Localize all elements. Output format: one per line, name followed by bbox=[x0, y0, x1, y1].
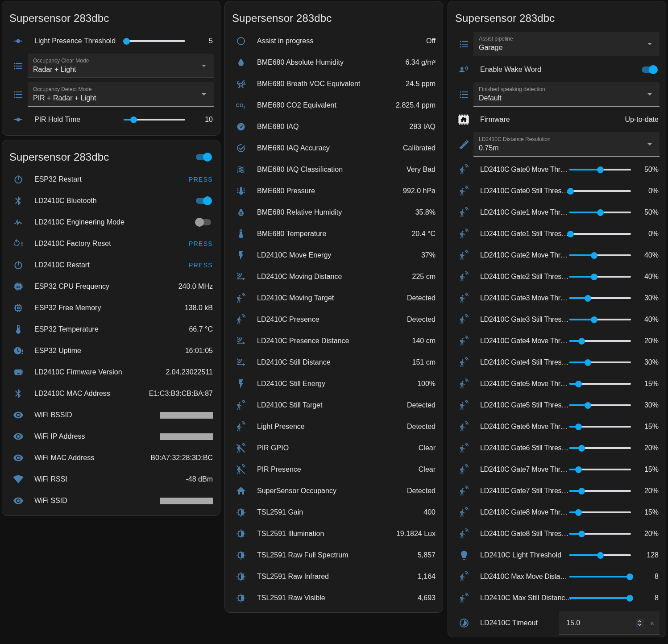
svg-text:32: 32 bbox=[16, 285, 20, 289]
svg-text:2: 2 bbox=[243, 105, 245, 109]
svg-text:CO: CO bbox=[236, 103, 244, 108]
